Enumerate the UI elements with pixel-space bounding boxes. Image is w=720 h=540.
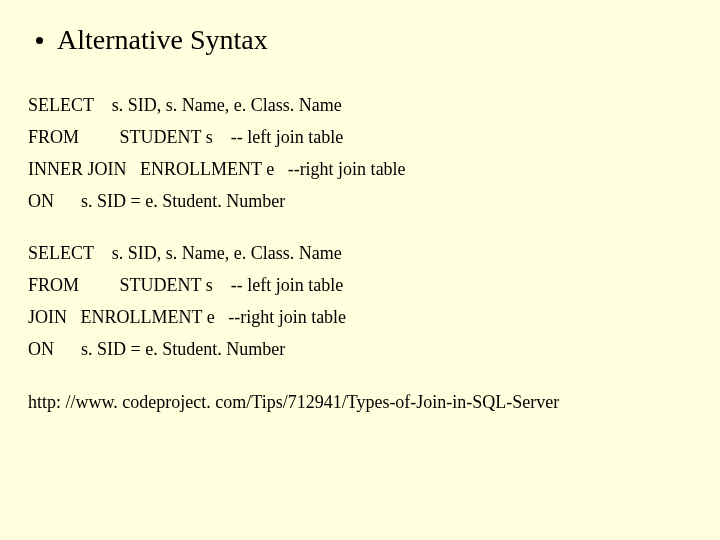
slide-title: Alternative Syntax bbox=[57, 24, 268, 55]
footer-url: http: //www. codeproject. com/Tips/71294… bbox=[28, 392, 692, 413]
sql-block-1: SELECT s. SID, s. Name, e. Class. Name F… bbox=[28, 96, 692, 210]
code-line: FROM STUDENT s -- left join table bbox=[28, 128, 692, 146]
title-row: Alternative Syntax bbox=[36, 24, 692, 56]
code-line: FROM STUDENT s -- left join table bbox=[28, 276, 692, 294]
code-line: ON s. SID = e. Student. Number bbox=[28, 192, 692, 210]
bullet-icon bbox=[36, 37, 43, 44]
code-line: ON s. SID = e. Student. Number bbox=[28, 340, 692, 358]
code-line: SELECT s. SID, s. Name, e. Class. Name bbox=[28, 244, 692, 262]
code-line: JOIN ENROLLMENT e --right join table bbox=[28, 308, 692, 326]
code-line: SELECT s. SID, s. Name, e. Class. Name bbox=[28, 96, 692, 114]
code-line: INNER JOIN ENROLLMENT e --right join tab… bbox=[28, 160, 692, 178]
sql-block-2: SELECT s. SID, s. Name, e. Class. Name F… bbox=[28, 244, 692, 358]
slide: Alternative Syntax SELECT s. SID, s. Nam… bbox=[0, 0, 720, 540]
